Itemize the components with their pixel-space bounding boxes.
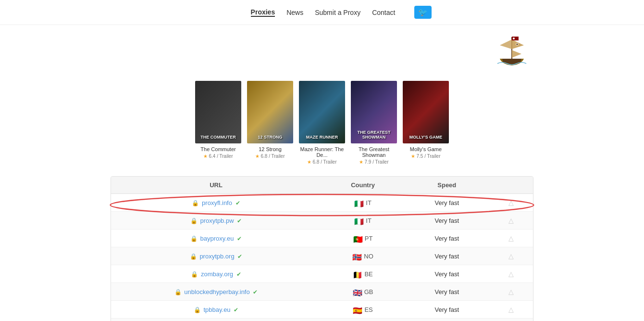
movie-item[interactable]: MAZE RUNNER Maze Runner: The De... ★ 6.8… (299, 81, 345, 165)
check-icon: ✔ (253, 289, 258, 295)
rating-value: 6.8 / Trailer (312, 159, 336, 165)
movie-rating: ★ 6.4 / Trailer (195, 154, 241, 159)
table-row: 🔒 tpbbay.eu ✔ 🇪🇸 ES Very fast △ (111, 301, 533, 319)
movie-title: 12 Strong (247, 146, 293, 152)
movie-poster-inner (403, 81, 449, 143)
action-cell[interactable]: △ (489, 194, 533, 212)
lock-icon: 🔒 (174, 289, 182, 295)
url-cell: 🔒 bayproxy.eu ✔ (111, 230, 321, 247)
movie-poster: THE COMMUTER (195, 81, 241, 143)
country-code: IT (366, 217, 372, 224)
flag-icon: 🇮🇹 (354, 199, 364, 206)
star-icon: ★ (359, 159, 363, 165)
twitter-button[interactable]: 🐦 (414, 6, 432, 19)
nav-news[interactable]: News (286, 9, 303, 16)
proxy-table-wrapper: URL Country Speed 🔒 proxyfl.info ✔ 🇮🇹 IT (111, 176, 533, 321)
movie-title: Maze Runner: The De... (299, 146, 345, 158)
movie-item[interactable]: THE GREATEST SHOWMAN The Greatest Showma… (351, 81, 397, 165)
lock-icon: 🔒 (190, 253, 197, 260)
movie-poster: MAZE RUNNER (299, 81, 345, 143)
proxy-link[interactable]: proxyfl.info (202, 199, 232, 206)
country-code: ES (364, 306, 372, 313)
speed-cell: Very fast (405, 283, 489, 301)
action-cell[interactable]: △ (489, 301, 533, 319)
table-row: 🔒 tpbairproxy.in ✔ 🇩🇪 DE Very fast △ (111, 319, 533, 321)
nav-proxies[interactable]: Proxies (251, 8, 275, 17)
flag-cell: 🇳🇴 NO (329, 253, 397, 260)
star-icon: ★ (411, 154, 415, 159)
upload-icon[interactable]: △ (508, 217, 514, 224)
upload-icon[interactable]: △ (508, 252, 514, 260)
check-icon: ✔ (237, 253, 242, 260)
poster-label: THE GREATEST SHOWMAN (351, 130, 397, 140)
flag-cell: 🇮🇹 IT (329, 199, 397, 206)
upload-icon[interactable]: △ (508, 306, 514, 313)
upload-icon[interactable]: △ (508, 288, 514, 295)
url-cell: 🔒 proxyfl.info ✔ (111, 194, 321, 212)
country-cell: 🇮🇹 IT (321, 212, 405, 230)
movie-title: The Greatest Showman (351, 146, 397, 158)
main-content: THE COMMUTER The Commuter ★ 6.4 / Traile… (101, 25, 543, 321)
star-icon: ★ (203, 154, 208, 159)
speed-value: Very fast (435, 199, 459, 206)
poster-label: 12 STRONG (247, 135, 293, 140)
movie-rating: ★ 7.9 / Trailer (351, 159, 397, 165)
proxy-link[interactable]: proxytpb.org (199, 253, 234, 260)
lock-icon: 🔒 (192, 200, 199, 206)
movie-item[interactable]: THE COMMUTER The Commuter ★ 6.4 / Traile… (195, 81, 241, 165)
col-country: Country (321, 177, 405, 194)
proxy-table-container: URL Country Speed 🔒 proxyfl.info ✔ 🇮🇹 IT (111, 176, 533, 321)
movie-poster: THE GREATEST SHOWMAN (351, 81, 397, 143)
check-icon: ✔ (237, 218, 242, 224)
torrents-section: THE COMMUTER The Commuter ★ 6.4 / Traile… (111, 81, 533, 165)
movie-item[interactable]: 12 STRONG 12 Strong ★ 6.8 / Trailer (247, 81, 293, 165)
flag-cell: 🇧🇪 BE (329, 270, 397, 278)
country-cell: 🇧🇪 BE (321, 265, 405, 283)
action-cell[interactable]: △ (489, 230, 533, 247)
proxy-link[interactable]: proxytpb.pw (200, 217, 234, 224)
rating-value: 6.4 / Trailer (209, 154, 233, 159)
country-cell: 🇩🇪 DE (321, 319, 405, 321)
action-cell[interactable]: △ (489, 319, 533, 321)
lock-icon: 🔒 (191, 271, 198, 278)
movie-item[interactable]: MOLLY'S GAME Molly's Game ★ 7.5 / Traile… (403, 81, 449, 165)
rating-value: 7.9 / Trailer (364, 159, 388, 165)
proxy-link[interactable]: bayproxy.eu (200, 235, 234, 242)
table-header: URL Country Speed (111, 177, 533, 194)
flag-icon: 🇵🇹 (353, 235, 363, 242)
flag-icon: 🇳🇴 (352, 253, 362, 259)
action-cell[interactable]: △ (489, 265, 533, 283)
speed-cell: Very fast (405, 212, 489, 230)
col-action (489, 177, 533, 194)
action-cell[interactable]: △ (489, 283, 533, 301)
flag-icon: 🇧🇪 (353, 270, 362, 277)
movie-title: The Commuter (195, 146, 241, 152)
country-cell: 🇬🇧 GB (321, 283, 405, 301)
action-cell[interactable]: △ (489, 212, 533, 230)
action-cell[interactable]: △ (489, 247, 533, 265)
proxy-link[interactable]: zombay.org (201, 270, 233, 278)
proxy-link[interactable]: tpbbay.eu (203, 306, 230, 313)
movie-rating: ★ 7.5 / Trailer (403, 154, 449, 159)
upload-icon[interactable]: △ (508, 199, 514, 206)
lock-icon: 🔒 (190, 218, 198, 224)
check-icon: ✔ (235, 200, 240, 206)
speed-value: Very fast (435, 270, 459, 278)
country-cell: 🇵🇹 PT (321, 230, 405, 247)
nav-submit-proxy[interactable]: Submit a Proxy (315, 9, 360, 16)
table-body: 🔒 proxyfl.info ✔ 🇮🇹 IT Very fast △ 🔒 pro… (111, 194, 533, 321)
table-row: 🔒 unblockedhyperbay.info ✔ 🇬🇧 GB Very fa… (111, 283, 533, 301)
upload-icon[interactable]: △ (508, 234, 514, 242)
speed-cell: Very fast (405, 230, 489, 247)
upload-icon[interactable]: △ (508, 270, 514, 278)
movie-grid: THE COMMUTER The Commuter ★ 6.4 / Traile… (111, 81, 533, 165)
speed-cell: Very fast (405, 265, 489, 283)
flag-cell: 🇬🇧 GB (329, 288, 397, 295)
movie-poster-inner (247, 81, 293, 143)
movie-rating: ★ 6.8 / Trailer (299, 159, 345, 165)
proxy-link[interactable]: unblockedhyperbay.info (184, 288, 249, 295)
nav-contact[interactable]: Contact (372, 9, 395, 16)
pirate-logo (490, 35, 533, 69)
flag-cell: 🇵🇹 PT (329, 235, 397, 242)
pirate-ship-icon (493, 35, 531, 68)
